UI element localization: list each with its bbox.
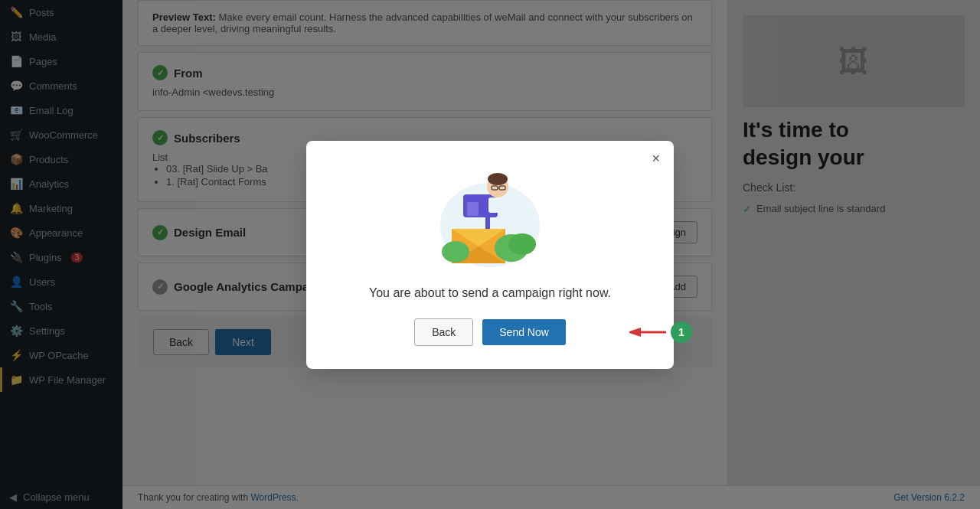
send-now-button[interactable]: Send Now [482, 319, 566, 345]
arrow-badge-container: 1 [629, 321, 692, 343]
modal-back-button[interactable]: Back [414, 318, 473, 346]
svg-rect-12 [488, 197, 507, 213]
modal-close-button[interactable]: × [652, 152, 660, 165]
modal-message: You are about to send a campaign right n… [334, 286, 646, 300]
svg-point-8 [508, 233, 536, 255]
arrow-icon [629, 323, 668, 341]
modal-buttons: Back Send Now 1 [334, 318, 646, 346]
svg-point-9 [442, 241, 469, 263]
svg-rect-3 [467, 202, 479, 216]
modal-illustration [429, 164, 551, 271]
number-badge: 1 [671, 321, 692, 343]
svg-point-11 [488, 173, 508, 185]
send-campaign-modal: × [306, 141, 674, 369]
modal-overlay: × [0, 0, 980, 509]
